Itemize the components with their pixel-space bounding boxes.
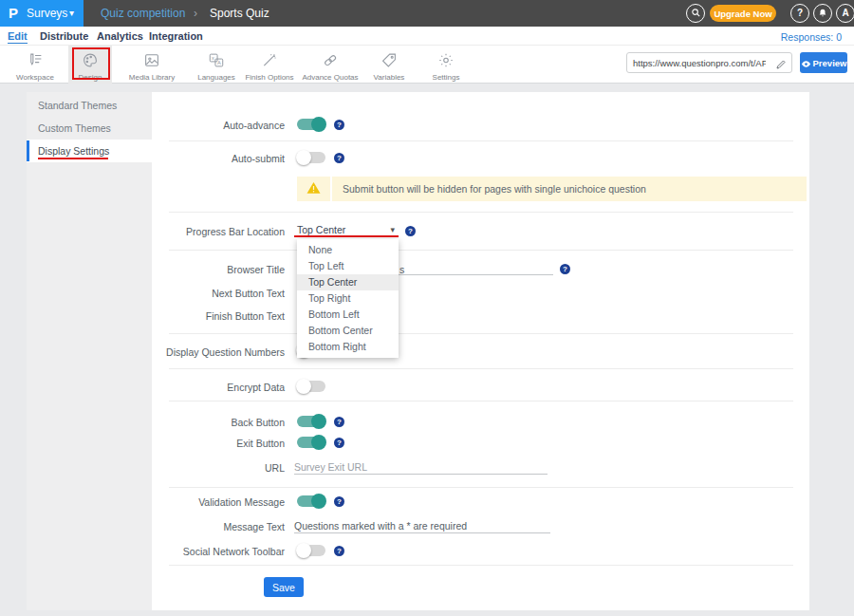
encrypt-data-toggle[interactable] xyxy=(297,381,325,392)
toolbar-item-label: Variables xyxy=(359,73,419,82)
survey-url-input[interactable] xyxy=(633,53,766,72)
progress-bar-location-menu: None Top Left Top Center Top Right Botto… xyxy=(297,239,399,358)
search-icon[interactable] xyxy=(686,4,705,23)
browser-title-visible-value: s xyxy=(399,264,404,275)
toolbar-item-label: Workspace xyxy=(5,73,65,82)
sidebar-item-custom-themes[interactable]: Custom Themes xyxy=(27,117,152,140)
divider xyxy=(169,565,793,566)
preview-button[interactable]: Preview xyxy=(800,52,847,73)
divider xyxy=(169,140,793,141)
edit-toolbar: Workspace Design Media Library xA Langua… xyxy=(0,46,854,84)
browser-title-help-icon[interactable]: ? xyxy=(560,264,570,274)
back-button-help-icon[interactable]: ? xyxy=(334,417,344,427)
toggle-knob xyxy=(311,494,326,509)
exit-url-input[interactable] xyxy=(294,459,548,475)
toolbar-item-label: Finish Options xyxy=(239,73,300,82)
avatar[interactable]: A xyxy=(836,4,854,23)
save-button[interactable]: Save xyxy=(264,577,304,597)
help-icon[interactable]: ? xyxy=(790,4,809,23)
message-text-label: Message Text xyxy=(142,521,285,532)
magic-wand-icon xyxy=(261,52,278,68)
edit-url-pencil-icon[interactable] xyxy=(775,57,787,74)
sidebar-item-standard-themes[interactable]: Standard Themes xyxy=(27,94,152,117)
exit-button-help-icon[interactable]: ? xyxy=(334,438,344,448)
notifications-bell-icon[interactable] xyxy=(813,4,832,23)
warning-text: Submit button will be hidden for pages w… xyxy=(343,183,646,195)
svg-text:x: x xyxy=(212,55,214,61)
toolbar-item-settings[interactable]: Settings xyxy=(416,46,476,84)
toggle-knob xyxy=(296,379,311,394)
auto-submit-label: Auto-submit xyxy=(142,153,285,164)
toolbar-item-workspace[interactable]: Workspace xyxy=(5,46,65,84)
social-network-toolbar-label: Social Network Toolbar xyxy=(142,546,285,557)
exit-button-label: Exit Button xyxy=(142,438,285,449)
menu-option-bottom-left[interactable]: Bottom Left xyxy=(297,307,399,323)
menu-option-top-center[interactable]: Top Center xyxy=(297,274,399,290)
toolbar-item-advance-quotas[interactable]: Advance Quotas xyxy=(300,46,361,84)
survey-nav: Edit Distribute Analytics Integration Re… xyxy=(0,27,854,46)
responses-count[interactable]: Responses: 0 xyxy=(781,31,842,43)
surveys-menu[interactable]: P Surveys ▾ xyxy=(0,0,84,27)
toolbar-item-label: Media Library xyxy=(120,73,184,82)
selected-indicator-bar xyxy=(27,140,29,161)
menu-option-bottom-right[interactable]: Bottom Right xyxy=(297,339,399,355)
browser-title-label: Browser Title xyxy=(142,264,285,275)
toggle-knob xyxy=(311,414,326,429)
back-button-toggle[interactable] xyxy=(297,416,325,427)
toolbar-item-finish-options[interactable]: Finish Options xyxy=(239,46,300,84)
breadcrumb-current: Sports Quiz xyxy=(210,7,269,20)
toolbar-item-languages[interactable]: xA Languages xyxy=(186,46,247,84)
auto-advance-toggle[interactable] xyxy=(297,119,325,130)
message-text-input[interactable] xyxy=(294,518,550,533)
auto-submit-help-icon[interactable]: ? xyxy=(334,153,344,163)
survey-url-field xyxy=(626,52,792,73)
social-network-toolbar-help-icon[interactable]: ? xyxy=(334,546,344,556)
auto-advance-help-icon[interactable]: ? xyxy=(334,120,344,130)
toggle-knob xyxy=(311,117,326,132)
menu-option-top-left[interactable]: Top Left xyxy=(297,258,399,274)
questionpro-app: P Surveys ▾ Quiz competition › Sports Qu… xyxy=(0,0,854,616)
upgrade-now-button[interactable]: Upgrade Now xyxy=(710,5,776,22)
display-question-numbers-label: Display Question Numbers xyxy=(142,346,285,358)
eye-icon xyxy=(801,60,811,68)
toolbar-item-label: Languages xyxy=(186,73,247,82)
menu-option-bottom-center[interactable]: Bottom Center xyxy=(297,323,399,339)
questionpro-logo-icon: P xyxy=(9,5,18,21)
menu-option-none[interactable]: None xyxy=(297,242,399,258)
divider xyxy=(169,487,793,488)
auto-submit-toggle[interactable] xyxy=(297,152,325,163)
chain-links-icon xyxy=(322,52,339,68)
validation-message-toggle[interactable] xyxy=(297,495,325,507)
tab-edit[interactable]: Edit xyxy=(8,30,28,44)
tab-integration[interactable]: Integration xyxy=(149,30,203,42)
exit-button-toggle[interactable] xyxy=(297,437,325,448)
toolbar-item-media-library[interactable]: Media Library xyxy=(120,46,184,84)
translate-icon: xA xyxy=(208,52,225,68)
validation-message-help-icon[interactable]: ? xyxy=(334,496,344,507)
divider xyxy=(169,250,793,251)
progress-bar-help-icon[interactable]: ? xyxy=(405,226,416,236)
divider xyxy=(169,333,793,334)
breadcrumb-parent[interactable]: Quiz competition xyxy=(101,7,185,20)
exit-url-label: URL xyxy=(142,462,285,474)
tab-analytics[interactable]: Analytics xyxy=(97,30,143,42)
encrypt-data-label: Encrypt Data xyxy=(142,382,285,393)
next-button-text-label: Next Button Text xyxy=(142,288,285,299)
tab-distribute[interactable]: Distribute xyxy=(40,30,88,42)
finish-button-text-label: Finish Button Text xyxy=(142,310,285,322)
divider xyxy=(169,401,793,401)
product-name: Surveys xyxy=(27,7,67,20)
gear-icon xyxy=(437,52,455,68)
toggle-knob xyxy=(296,543,311,558)
menu-option-top-right[interactable]: Top Right xyxy=(297,290,399,307)
social-network-toolbar-toggle[interactable] xyxy=(297,545,325,556)
divider xyxy=(169,368,793,369)
chevron-down-icon: ▾ xyxy=(390,225,395,234)
design-annotation-box xyxy=(72,47,110,80)
design-sidebar xyxy=(27,92,152,610)
chevron-down-icon: ▾ xyxy=(69,8,74,18)
image-icon xyxy=(143,52,160,68)
top-bar: P Surveys ▾ Quiz competition › Sports Qu… xyxy=(0,0,854,27)
toolbar-item-variables[interactable]: Variables xyxy=(359,46,419,84)
toolbar-item-label: Advance Quotas xyxy=(300,73,361,82)
